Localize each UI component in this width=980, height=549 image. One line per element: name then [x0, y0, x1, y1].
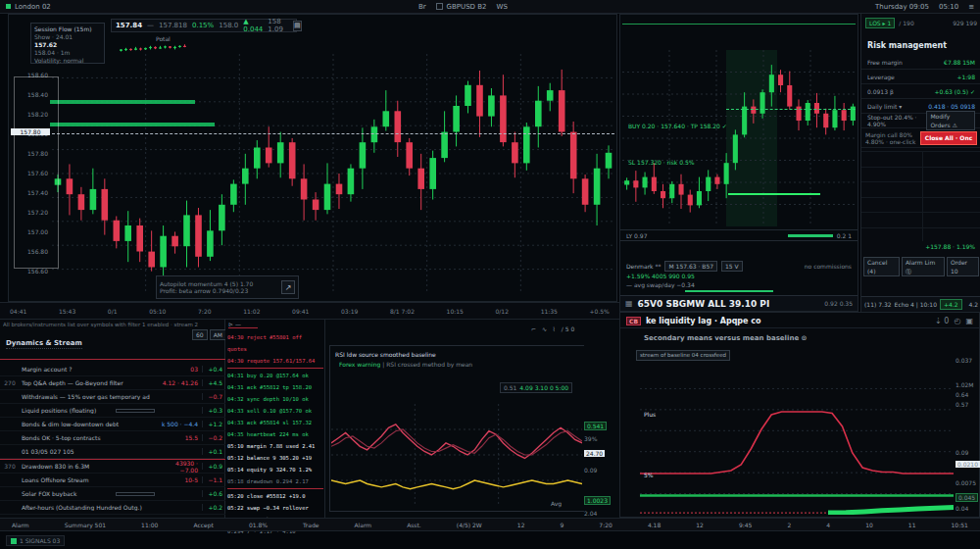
red-separator: [0, 359, 225, 360]
footer-right: 4.2: [968, 301, 978, 308]
session-tab[interactable]: London 02: [6, 3, 51, 11]
risk-row[interactable]: Leverage+1:98: [861, 70, 980, 84]
risk-row[interactable]: Free margin€7.88 15M: [861, 55, 980, 70]
pl-badge[interactable]: LOS ▸ 1: [865, 18, 895, 28]
grid-line: [861, 167, 980, 168]
symbol-info-box: Session Flow (15m) Show · 24.01 157.62 1…: [30, 23, 105, 64]
table-row[interactable]: Bonds & dim low-downtown debtk 500 · −4.…: [0, 418, 225, 431]
statusbar-item[interactable]: 12: [517, 522, 525, 528]
statusbar-item[interactable]: 4: [826, 522, 830, 528]
log-line: 04:33 ack #55814 sl 157.32: [227, 417, 323, 428]
signals-badge[interactable]: 1 SIGNALS 03: [6, 535, 65, 546]
tab-ws[interactable]: WS: [497, 3, 508, 11]
table-row[interactable]: Bonds OK · 5-top contracts15.5−0.2: [0, 431, 225, 445]
rsi-chart[interactable]: [331, 404, 582, 506]
avg-label: Avg: [551, 500, 562, 507]
filter-chip[interactable]: 60: [192, 329, 208, 340]
close-all-button[interactable]: Close All · Onc: [920, 131, 977, 145]
statusbar-item[interactable]: 01.8%: [249, 522, 268, 528]
log-line: 04:33 sell 0.10 @157.70 ok: [227, 405, 323, 417]
axis-value: 0.04: [956, 505, 968, 512]
positions-footer: ▦ 65V0 SBGMW ALL 39.10 PI 0.92 0.35: [620, 295, 858, 311]
risk-row[interactable]: 0.0913 β+0.63 (0.5) ✓: [861, 84, 980, 99]
table-row[interactable]: 270Top Q&A depth — Go-Beyond filter4.12 …: [0, 376, 225, 390]
time-axis[interactable]: 04:4115:430/105:107:2011:0209:4103:198/1…: [0, 302, 619, 320]
statusbar-item[interactable]: Summary 501: [65, 522, 106, 528]
grid-icon[interactable]: ▦: [625, 299, 633, 308]
symbol-tab[interactable]: GBPUSD B2: [436, 3, 487, 11]
note-line1: Autopilot momentum 4 (5) 1.70: [160, 280, 277, 287]
order-chip[interactable]: Order 10: [947, 257, 979, 276]
mini-progress-bar: [116, 409, 155, 413]
high-value: 158.0: [219, 22, 238, 29]
comparison-subtitle: Secondary means versus mean baseline ⊙: [644, 334, 807, 342]
order-chip[interactable]: Alarm Lim ⓪: [902, 257, 945, 276]
statusbar-item[interactable]: 9: [561, 522, 564, 528]
table-row[interactable]: 370Drawdown 830 in 6.3M43930 · −7.00+0.9: [0, 460, 225, 474]
statusbar-item[interactable]: (4/5) 2W: [457, 522, 482, 528]
time-label: 05:10: [939, 3, 958, 11]
axis-value-badge: 1.0023: [584, 496, 611, 505]
statusbar-item[interactable]: 11: [908, 522, 916, 528]
statusbar-item[interactable]: Alarm: [12, 522, 29, 528]
baseline-chip[interactable]: stream of baseline 04 crossfeed: [636, 350, 730, 361]
table-row[interactable]: Solar FOX buyback+0.6: [0, 487, 225, 501]
log-line: 04:31 ack #55812 tp 158.20: [227, 381, 323, 393]
price-chip[interactable]: M 157.63 · B57: [664, 261, 717, 272]
table-row[interactable]: Liquid positions (floating)+0.3: [0, 404, 225, 418]
statusbar-item[interactable]: Asst.: [407, 522, 421, 528]
expand-note-button[interactable]: ↗: [281, 280, 295, 294]
tab-br[interactable]: Br: [418, 3, 426, 11]
change-pct: 0.15%: [192, 22, 214, 29]
current-price-line: [52, 133, 614, 134]
main-candle-chart[interactable]: [52, 54, 614, 293]
order-chip[interactable]: Cancel (4): [863, 257, 900, 276]
log-tab[interactable]: ⊳ —: [228, 321, 258, 328]
statusbar-item[interactable]: 11:00: [141, 522, 158, 528]
secondary-candle-chart[interactable]: [622, 50, 858, 226]
risk-row[interactable]: Stop-out 20.4% · 4.90%Modify Orders ⚠: [861, 114, 980, 128]
statusbar-item[interactable]: 10:51: [952, 522, 968, 528]
warning-label: Forex warning: [339, 361, 380, 368]
log-lines: 04:30 reject #55801 off quotes04:30 requ…: [227, 331, 323, 537]
grid-line: [861, 212, 980, 213]
clock-icon[interactable]: ◴: [954, 317, 960, 325]
statusbar-item[interactable]: 12: [696, 522, 704, 528]
warning-text: | RSI crossed method by mean: [382, 361, 472, 368]
grid-line: [861, 197, 980, 198]
download-icon[interactable]: ⇣ 0: [935, 317, 949, 325]
signal-icon: [11, 538, 17, 544]
time-tick: 11:02: [243, 308, 260, 315]
rsi-toolbar-icons[interactable]: ⌐ ∿ ⌇ /50: [531, 325, 576, 332]
delta-value: ▲ 0.044: [243, 18, 263, 33]
statusbar-item[interactable]: Accept: [193, 522, 213, 528]
comparison-chart[interactable]: [640, 368, 954, 515]
mini-progress-bar: [116, 492, 155, 496]
table-row[interactable]: After-hours (Outstanding Hundred Outg.)+…: [0, 501, 225, 515]
bottom-status-bar: AlarmSummary 50111:00Accept01.8%TradeAla…: [0, 518, 980, 531]
statusbar-item[interactable]: 2: [787, 522, 791, 528]
statusbar-item[interactable]: 7:20: [599, 522, 612, 528]
orderbook-button[interactable]: ▤: [293, 21, 302, 31]
margin-call-label1: Margin call 80%: [865, 131, 916, 138]
statusbar-item[interactable]: 4.18: [648, 522, 661, 528]
risk-panel-title: Risk management: [867, 41, 947, 50]
table-row[interactable]: Withdrawals — 15% over gas temporary ad−…: [0, 390, 225, 404]
statusbar-item[interactable]: 9:45: [739, 522, 752, 528]
pl-counter: 929 199: [953, 20, 977, 26]
volume-chip[interactable]: 15 V: [721, 261, 743, 272]
last-price: 157.84: [116, 22, 142, 29]
log-line: 04:32 sync depth 10/10 ok: [227, 393, 323, 405]
statusbar-item[interactable]: Trade: [303, 522, 318, 528]
statusbar-item[interactable]: Alarm: [354, 522, 371, 528]
rsi-chip-green: 4.09 3.10 0 5:00: [519, 384, 568, 391]
menu-icon[interactable]: ≡: [968, 3, 974, 11]
table-row[interactable]: Loans Offshore Stream10-5−1.1: [0, 474, 225, 487]
log-line: 05:18 drawdown 0.294 2.17: [227, 475, 323, 487]
table-row[interactable]: Margin account ?03+0.4: [0, 363, 225, 376]
table-row[interactable]: 01 03/05 027 105+0.1: [0, 445, 225, 459]
statusbar-item[interactable]: 10: [865, 522, 873, 528]
tp-line: [726, 109, 856, 110]
filter-chip[interactable]: AM: [210, 329, 226, 340]
panel-icon[interactable]: ▣: [965, 317, 973, 325]
